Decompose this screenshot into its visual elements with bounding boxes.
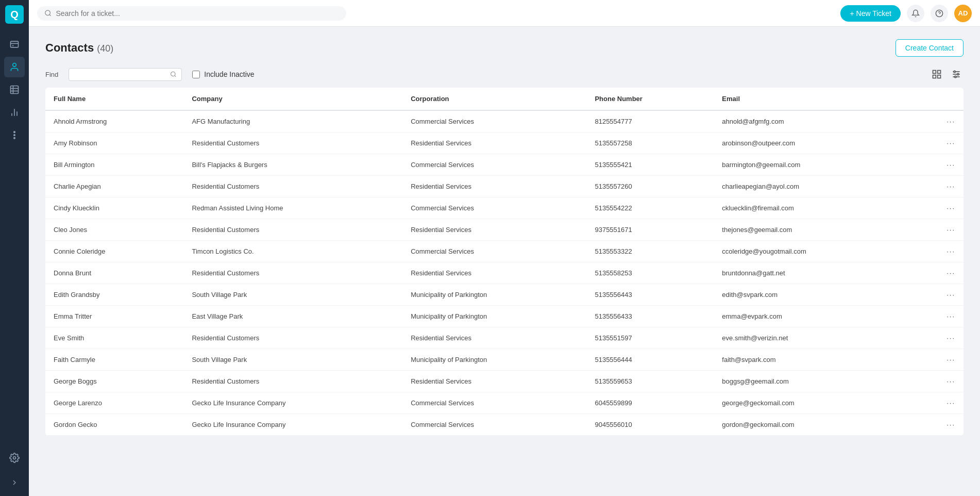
page-header: Contacts (40) Create Contact xyxy=(45,39,964,57)
main-area: + New Ticket AD Contacts (40) Create Con… xyxy=(29,0,980,496)
find-input[interactable] xyxy=(74,71,166,78)
cell-name: Edith Grandsby xyxy=(45,284,183,306)
cell-email: boggsg@geemail.com xyxy=(714,371,914,392)
row-actions-button[interactable]: ··· xyxy=(914,133,964,154)
cell-email: george@geckomail.com xyxy=(714,392,914,414)
col-header-company: Company xyxy=(183,88,402,110)
row-actions-button[interactable]: ··· xyxy=(914,327,964,349)
col-header-name: Full Name xyxy=(45,88,183,110)
row-actions-button[interactable]: ··· xyxy=(914,219,964,241)
table-row[interactable]: Emma Tritter East Village Park Municipal… xyxy=(45,306,964,327)
sidebar-item-reports[interactable] xyxy=(4,79,25,100)
table-row[interactable]: George Boggs Residential Customers Resid… xyxy=(45,371,964,392)
row-actions-button[interactable]: ··· xyxy=(914,176,964,197)
row-actions-button[interactable]: ··· xyxy=(914,241,964,262)
row-actions-button[interactable]: ··· xyxy=(914,414,964,436)
svg-rect-0 xyxy=(11,41,19,47)
cell-phone: 5135551597 xyxy=(586,327,714,349)
svg-point-13 xyxy=(14,138,15,139)
sidebar-expand-icon[interactable] xyxy=(4,474,25,491)
table-row[interactable]: Gordon Gecko Gecko Life Insurance Compan… xyxy=(45,414,964,436)
row-actions-button[interactable]: ··· xyxy=(914,306,964,327)
cell-phone: 9045556010 xyxy=(586,414,714,436)
global-search-input[interactable] xyxy=(56,9,339,18)
notifications-button[interactable] xyxy=(907,5,924,22)
contacts-count: (40) xyxy=(97,43,113,54)
cell-name: Cindy Kluecklin xyxy=(45,197,183,219)
include-inactive-checkbox[interactable] xyxy=(192,71,200,78)
table-row[interactable]: Faith Carmyle South Village Park Municip… xyxy=(45,349,964,371)
grid-view-button[interactable] xyxy=(930,67,944,81)
filter-bar-right xyxy=(930,67,964,81)
topbar: + New Ticket AD xyxy=(29,0,980,27)
cell-name: Bill Armington xyxy=(45,154,183,176)
cell-company: South Village Park xyxy=(183,284,402,306)
cell-corporation: Municipality of Parkington xyxy=(402,349,586,371)
row-actions-button[interactable]: ··· xyxy=(914,284,964,306)
cell-email: ckluecklin@firemail.com xyxy=(714,197,914,219)
sidebar-item-tickets[interactable] xyxy=(4,34,25,55)
svg-line-16 xyxy=(49,14,51,16)
cell-name: Eve Smith xyxy=(45,327,183,349)
contacts-table: Full Name Company Corporation Phone Numb… xyxy=(45,88,964,436)
cell-email: barmington@geemail.com xyxy=(714,154,914,176)
svg-rect-21 xyxy=(933,71,936,74)
svg-point-30 xyxy=(955,76,956,77)
cell-email: ahnold@afgmfg.com xyxy=(714,110,914,133)
table-row[interactable]: George Larenzo Gecko Life Insurance Comp… xyxy=(45,392,964,414)
filter-options-button[interactable] xyxy=(949,67,964,81)
cell-company: Redman Assisted Living Home xyxy=(183,197,402,219)
cell-corporation: Commercial Services xyxy=(402,197,586,219)
cell-corporation: Commercial Services xyxy=(402,154,586,176)
table-row[interactable]: Eve Smith Residential Customers Resident… xyxy=(45,327,964,349)
cell-name: Donna Brunt xyxy=(45,262,183,284)
cell-email: gordon@geckomail.com xyxy=(714,414,914,436)
sidebar: Q xyxy=(0,0,29,496)
table-row[interactable]: Amy Robinson Residential Customers Resid… xyxy=(45,133,964,154)
cell-name: Cleo Jones xyxy=(45,219,183,241)
row-actions-button[interactable]: ··· xyxy=(914,262,964,284)
row-actions-button[interactable]: ··· xyxy=(914,110,964,133)
table-row[interactable]: Connie Coleridge Timcon Logistics Co. Co… xyxy=(45,241,964,262)
cell-name: Amy Robinson xyxy=(45,133,183,154)
table-row[interactable]: Edith Grandsby South Village Park Munici… xyxy=(45,284,964,306)
new-ticket-button[interactable]: + New Ticket xyxy=(840,5,901,22)
cell-name: George Boggs xyxy=(45,371,183,392)
sidebar-item-stats[interactable] xyxy=(4,102,25,123)
row-actions-button[interactable]: ··· xyxy=(914,371,964,392)
cell-company: Gecko Life Insurance Company xyxy=(183,392,402,414)
table-row[interactable]: Charlie Apegian Residential Customers Re… xyxy=(45,176,964,197)
cell-company: Timcon Logistics Co. xyxy=(183,241,402,262)
table-row[interactable]: Cindy Kluecklin Redman Assisted Living H… xyxy=(45,197,964,219)
cell-corporation: Residential Services xyxy=(402,219,586,241)
row-actions-button[interactable]: ··· xyxy=(914,197,964,219)
row-actions-button[interactable]: ··· xyxy=(914,349,964,371)
cell-email: arobinson@outpeer.com xyxy=(714,133,914,154)
user-avatar-button[interactable]: AD xyxy=(954,5,972,22)
find-input-wrapper xyxy=(69,68,182,81)
create-contact-button[interactable]: Create Contact xyxy=(895,39,964,57)
cell-corporation: Municipality of Parkington xyxy=(402,306,586,327)
cell-phone: 5135555421 xyxy=(586,154,714,176)
row-actions-button[interactable]: ··· xyxy=(914,392,964,414)
cell-phone: 5135556443 xyxy=(586,284,714,306)
table-row[interactable]: Bill Armington Bill's Flapjacks & Burger… xyxy=(45,154,964,176)
sidebar-item-more[interactable] xyxy=(4,125,25,145)
cell-email: bruntdonna@gatt.net xyxy=(714,262,914,284)
col-header-corporation: Corporation xyxy=(402,88,586,110)
cell-company: Residential Customers xyxy=(183,219,402,241)
include-inactive-wrapper[interactable]: Include Inactive xyxy=(192,70,254,78)
row-actions-button[interactable]: ··· xyxy=(914,154,964,176)
cell-corporation: Residential Services xyxy=(402,133,586,154)
settings-icon[interactable] xyxy=(4,448,25,468)
cell-company: Residential Customers xyxy=(183,133,402,154)
table-row[interactable]: Cleo Jones Residential Customers Residen… xyxy=(45,219,964,241)
col-header-phone: Phone Number xyxy=(586,88,714,110)
table-row[interactable]: Donna Brunt Residential Customers Reside… xyxy=(45,262,964,284)
cell-phone: 5135557258 xyxy=(586,133,714,154)
cell-email: charlieapegian@ayol.com xyxy=(714,176,914,197)
table-row[interactable]: Ahnold Armstrong AFG Manufacturing Comme… xyxy=(45,110,964,133)
sidebar-item-contacts[interactable] xyxy=(4,57,25,77)
global-search-wrapper xyxy=(37,6,346,21)
help-button[interactable] xyxy=(931,5,948,22)
